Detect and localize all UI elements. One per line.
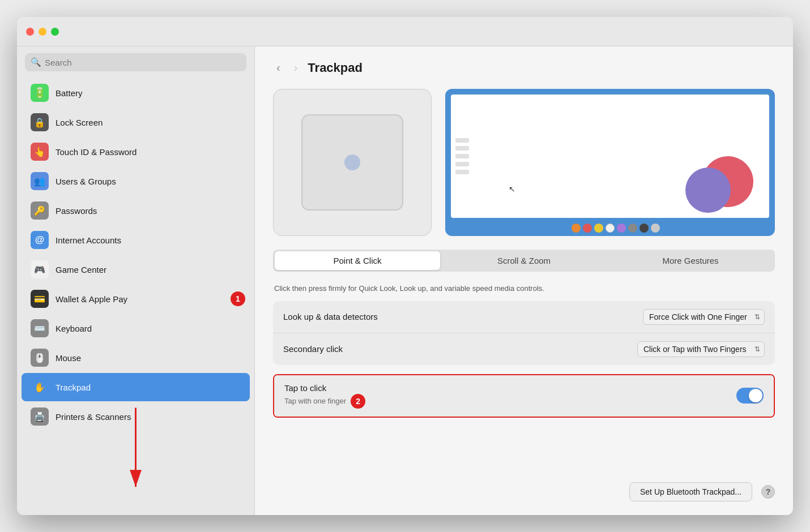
wallet-icon: 💳 [31, 290, 49, 308]
game-center-icon: 🎮 [31, 260, 49, 278]
lookup-label-area: Look up & data detectors [283, 312, 378, 321]
sidebar-label-printers: Printers & Scanners [56, 412, 131, 422]
sidebar-item-internet-accounts[interactable]: @ Internet Accounts [22, 226, 250, 254]
sidebar-item-wallet[interactable]: 💳 Wallet & Apple Pay 1 [22, 285, 250, 313]
lookup-select[interactable]: Force Click with One Finger [643, 309, 765, 325]
lookup-row: Look up & data detectors Force Click wit… [273, 301, 775, 333]
printers-icon: 🖨️ [31, 407, 49, 426]
demo-screen-inner: ↖ [455, 99, 765, 213]
demo-color-red [583, 224, 592, 233]
sidebar-item-printers[interactable]: 🖨️ Printers & Scanners [22, 402, 250, 431]
back-button[interactable]: ‹ [273, 60, 284, 75]
traffic-lights [26, 28, 59, 36]
demo-sidebar-line [455, 138, 469, 143]
maximize-button[interactable] [51, 28, 59, 36]
main-content: ‹ › Trackpad [255, 46, 793, 515]
secondary-click-select-wrapper[interactable]: Click or Tap with Two Fingers [637, 341, 765, 357]
demo-color-orange [572, 224, 581, 233]
trackpad-preview [273, 89, 432, 236]
sidebar-item-trackpad[interactable]: ✋ Trackpad [22, 373, 250, 401]
tap-to-click-row: Tap to click Tap with one finger 2 [274, 375, 774, 417]
mouse-icon: 🖱️ [31, 349, 49, 367]
tabs-bar: Point & Click Scroll & Zoom More Gesture… [273, 250, 775, 272]
keyboard-icon: ⌨️ [31, 319, 49, 337]
page-title: Trackpad [308, 61, 363, 75]
sidebar-item-battery[interactable]: 🔋 Battery [22, 79, 250, 107]
settings-section: Look up & data detectors Force Click wit… [273, 301, 775, 365]
sidebar-item-mouse[interactable]: 🖱️ Mouse [22, 344, 250, 372]
sidebar: 🔍 🔋 Battery 🔒 Lock Screen 👆 Touch ID & P… [17, 46, 255, 515]
forward-button[interactable]: › [291, 60, 301, 75]
demo-sidebar-line [455, 146, 469, 151]
tap-to-click-toggle[interactable] [736, 388, 764, 404]
tab-point-click[interactable]: Point & Click [275, 251, 440, 270]
tab-more-gestures[interactable]: More Gestures [608, 251, 773, 270]
search-input[interactable] [45, 58, 241, 67]
trackpad-inner [301, 114, 403, 211]
bottom-bar: Set Up Bluetooth Trackpad... ? [273, 473, 775, 501]
users-groups-icon: 👥 [31, 172, 49, 190]
help-button[interactable]: ? [761, 485, 775, 499]
demo-color-blue [560, 224, 569, 233]
lookup-label: Look up & data detectors [283, 312, 378, 321]
sidebar-label-touch-id: Touch ID & Password [56, 147, 137, 157]
sidebar-item-passwords[interactable]: 🔑 Passwords [22, 196, 250, 225]
demo-sidebar-line [455, 162, 469, 166]
sidebar-label-game-center: Game Center [56, 265, 106, 274]
sidebar-label-mouse: Mouse [56, 353, 81, 363]
sidebar-item-keyboard[interactable]: ⌨️ Keyboard [22, 314, 250, 342]
demo-preview: ↖ [445, 89, 775, 236]
internet-accounts-icon: @ [31, 231, 49, 249]
sidebar-item-lock-screen[interactable]: 🔒 Lock Screen [22, 108, 250, 136]
sidebar-label-internet-accounts: Internet Accounts [56, 235, 121, 245]
preview-area: ↖ [273, 89, 775, 236]
demo-sidebar-lines [455, 138, 469, 174]
trackpad-icon: ✋ [31, 378, 49, 396]
close-button[interactable] [26, 28, 34, 36]
demo-color-purple [617, 224, 626, 233]
sidebar-label-wallet: Wallet & Apple Pay [56, 294, 127, 304]
demo-color-lightgray [651, 224, 660, 233]
demo-screen: ↖ [451, 95, 769, 218]
search-bar[interactable]: 🔍 [25, 53, 246, 71]
sidebar-item-game-center[interactable]: 🎮 Game Center [22, 255, 250, 284]
tap-to-click-highlight-box: Tap to click Tap with one finger 2 [273, 374, 775, 418]
secondary-click-label-area: Secondary click [283, 344, 343, 354]
demo-sidebar-line [455, 170, 469, 174]
demo-color-dark [640, 224, 649, 233]
content-area: 🔍 🔋 Battery 🔒 Lock Screen 👆 Touch ID & P… [17, 46, 793, 515]
lock-screen-icon: 🔒 [31, 113, 49, 131]
minimize-button[interactable] [39, 28, 46, 36]
secondary-click-row: Secondary click Click or Tap with Two Fi… [273, 333, 775, 365]
demo-color-yellow [594, 224, 603, 233]
tap-to-click-label-area: Tap to click Tap with one finger 2 [284, 383, 365, 409]
demo-color-white [606, 224, 615, 233]
secondary-click-control[interactable]: Click or Tap with Two Fingers [637, 341, 765, 357]
sidebar-label-keyboard: Keyboard [56, 324, 92, 333]
tap-to-click-control[interactable] [736, 388, 764, 404]
secondary-click-select[interactable]: Click or Tap with Two Fingers [637, 341, 765, 357]
lookup-select-wrapper[interactable]: Force Click with One Finger [643, 309, 765, 325]
sidebar-item-users-groups[interactable]: 👥 Users & Groups [22, 167, 250, 195]
sidebar-label-trackpad: Trackpad [56, 383, 91, 392]
titlebar [17, 17, 793, 46]
demo-colors-bar [445, 220, 775, 236]
secondary-click-label: Secondary click [283, 344, 343, 354]
main-window: 🔍 🔋 Battery 🔒 Lock Screen 👆 Touch ID & P… [17, 17, 793, 515]
demo-circle-purple [685, 168, 731, 213]
lookup-control[interactable]: Force Click with One Finger [643, 309, 765, 325]
tap-to-click-sublabel: Tap with one finger [284, 397, 346, 405]
touch-id-icon: 👆 [31, 143, 49, 161]
tab-scroll-zoom[interactable]: Scroll & Zoom [441, 251, 607, 270]
nav-bar: ‹ › Trackpad [273, 60, 775, 75]
description-text: Click then press firmly for Quick Look, … [273, 283, 775, 301]
demo-sidebar-line [455, 154, 469, 158]
battery-icon: 🔋 [31, 84, 49, 102]
sidebar-label-passwords: Passwords [56, 206, 97, 216]
sidebar-label-battery: Battery [56, 88, 83, 98]
sidebar-item-touch-id[interactable]: 👆 Touch ID & Password [22, 138, 250, 166]
demo-color-gray [628, 224, 637, 233]
setup-bluetooth-button[interactable]: Set Up Bluetooth Trackpad... [629, 482, 752, 501]
sidebar-label-users-groups: Users & Groups [56, 177, 116, 186]
tap-to-click-label: Tap to click [284, 383, 365, 393]
